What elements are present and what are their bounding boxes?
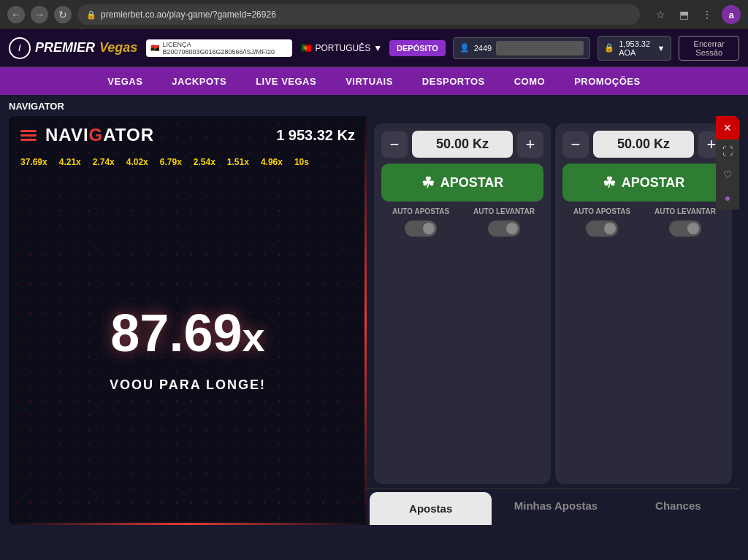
user-id: 2449	[474, 44, 492, 53]
auto-controls-1: AUTO APOSTAS AUTO LEVANTAR	[381, 207, 543, 237]
auto-apostas-1: AUTO APOSTAS	[381, 207, 460, 237]
mult-3: 4.02x	[126, 157, 148, 167]
license-badge: 🇦🇴 LICENÇA B200708003G016G280566/ISJ/MF/…	[146, 39, 292, 57]
multiplier-scroll: 37.69x 4.21x 2.74x 4.02x 6.79x 2.54x 1.5…	[9, 154, 367, 170]
game-right-panel: ✕ ⛶ ♡ ● − 50.00 Kz + ☘ APOSTAR	[367, 116, 739, 525]
bet-panel-2: − 50.00 Kz + ☘ APOSTAR AUTO APOSTAS	[555, 123, 732, 484]
apostar-label-1: APOSTAR	[440, 175, 504, 191]
session-button[interactable]: Encerrar Sessão	[679, 36, 739, 61]
clover-icon-1: ☘	[421, 174, 435, 191]
avatar: a	[722, 5, 741, 24]
back-button[interactable]: ←	[7, 6, 25, 23]
auto-levantar-label-1: AUTO LEVANTAR	[473, 207, 535, 216]
bet-minus-2[interactable]: −	[562, 131, 589, 158]
bet-controls-1: − 50.00 Kz +	[381, 131, 543, 158]
mult-1: 4.21x	[59, 157, 81, 167]
bet-panel-1: − 50.00 Kz + ☘ APOSTAR AUTO APOSTAS	[374, 123, 551, 484]
refresh-button[interactable]: ↻	[54, 6, 72, 23]
flew-text: VOOU PARA LONGE!	[110, 377, 266, 393]
browser-chrome: ← → ↻ 🔒 premierbet.co.ao/play-game/?game…	[0, 0, 748, 29]
mult-0: 37.69x	[20, 157, 47, 167]
game-logo: NAViGATOR	[45, 125, 154, 145]
auto-apostas-2: AUTO APOSTAS	[562, 207, 641, 237]
apostar-label-2: APOSTAR	[622, 175, 685, 191]
auto-apostas-toggle-1[interactable]	[405, 220, 437, 237]
auto-levantar-toggle-2[interactable]	[669, 220, 701, 237]
mult-6: 1.51x	[227, 157, 249, 167]
mult-8: 10s	[294, 157, 309, 167]
logo-vegas: Vegas	[99, 40, 137, 55]
auto-levantar-toggle-1[interactable]	[488, 220, 520, 237]
game-balance: 1 953.32 Kz	[276, 127, 355, 144]
nav-item-vegas[interactable]: VEGAS	[107, 76, 142, 87]
browser-actions: ☆ ⬒ ⋮	[652, 6, 716, 23]
game-controls: ✕ ⛶ ♡ ●	[716, 116, 739, 210]
deposito-button[interactable]: DEPÓSITO	[389, 40, 446, 56]
big-multiplier: 87.69x	[110, 303, 264, 363]
expand-button[interactable]: ⛶	[716, 139, 739, 163]
auto-levantar-label-2: AUTO LEVANTAR	[654, 207, 716, 216]
bet-amount-2: 50.00 Kz	[593, 131, 694, 158]
apostar-button-1[interactable]: ☘ APOSTAR	[381, 164, 543, 202]
bet-controls-2: − 50.00 Kz +	[562, 131, 725, 158]
auto-apostas-label-1: AUTO APOSTAS	[392, 207, 449, 216]
forward-button[interactable]: →	[31, 6, 48, 23]
balance-value: 1,953.32 AOA	[619, 39, 652, 57]
nav-item-live-vegas[interactable]: LIVE VEGAS	[256, 76, 316, 87]
nav-item-virtuais[interactable]: VIRTUAIS	[346, 76, 393, 87]
close-button[interactable]: ✕	[716, 116, 739, 139]
tab-chances[interactable]: Chances	[617, 489, 739, 525]
logo: / PREMIER Vegas	[9, 37, 137, 59]
heart-button[interactable]: ♡	[716, 163, 739, 186]
multiplier-x: x	[243, 314, 265, 360]
lang-label: PORTUGUÊS	[315, 43, 370, 53]
circle-button[interactable]: ●	[716, 186, 739, 210]
content-area: NAVIGATOR NAViGATOR 1 953.32 Kz 37.69x 4…	[0, 95, 748, 531]
nav-item-desportos[interactable]: DESPORTOS	[422, 76, 485, 87]
language-button[interactable]: 🇵🇹 PORTUGUÊS ▼	[301, 43, 382, 53]
site-header: / PREMIER Vegas 🇦🇴 LICENÇA B200708003G01…	[0, 29, 748, 67]
bet-minus-1[interactable]: −	[381, 131, 408, 158]
auto-levantar-1: AUTO LEVANTAR	[465, 207, 543, 237]
share-button[interactable]: ⬒	[675, 6, 692, 23]
mult-4: 6.79x	[160, 157, 182, 167]
tab-minhas-apostas[interactable]: Minhas Apostas	[495, 489, 617, 525]
tab-apostas[interactable]: Apostas	[370, 492, 492, 525]
menu-button[interactable]: ⋮	[698, 6, 716, 23]
game-header: NAViGATOR 1 953.32 Kz	[9, 116, 367, 154]
mult-5: 2.54x	[194, 157, 215, 167]
game-display: 87.69x VOOU PARA LONGE!	[9, 170, 367, 525]
mult-2: 2.74x	[93, 157, 115, 167]
logo-premier: PREMIER	[35, 40, 95, 55]
navigator-label: NAVIGATOR	[9, 101, 739, 112]
game-container: NAViGATOR 1 953.32 Kz 37.69x 4.21x 2.74x…	[9, 116, 739, 525]
header-right: 🇵🇹 PORTUGUÊS ▼ DEPÓSITO 👤 2449 🔒 1,953.3…	[301, 36, 739, 61]
license-text: LICENÇA B200708003G016G280566/ISJ/MF/20	[162, 41, 288, 55]
auto-levantar-2: AUTO LEVANTAR	[646, 207, 725, 237]
nav-item-jackpots[interactable]: JACKPOTS	[172, 76, 226, 87]
game-left-panel: NAViGATOR 1 953.32 Kz 37.69x 4.21x 2.74x…	[9, 116, 367, 525]
clover-icon-2: ☘	[603, 174, 616, 191]
star-button[interactable]: ☆	[652, 6, 669, 23]
auto-apostas-label-2: AUTO APOSTAS	[573, 207, 630, 216]
mult-7: 4.96x	[261, 157, 283, 167]
url-text: premierbet.co.ao/play-game/?gameId=26926	[101, 9, 276, 20]
nav-item-como[interactable]: COMO	[514, 76, 545, 87]
bet-plus-1[interactable]: +	[517, 131, 543, 158]
bet-amount-1: 50.00 Kz	[412, 131, 513, 158]
lock-icon: 🔒	[86, 10, 96, 20]
logo-icon: /	[9, 37, 31, 59]
apostar-button-2[interactable]: ☘ APOSTAR	[562, 164, 725, 202]
auto-apostas-toggle-2[interactable]	[586, 220, 618, 237]
auto-controls-2: AUTO APOSTAS AUTO LEVANTAR	[562, 207, 725, 237]
balance-info: 🔒 1,953.32 AOA ▼	[598, 36, 671, 61]
bottom-tabs: Apostas Minhas Apostas Chances	[367, 488, 739, 525]
hamburger-menu[interactable]	[20, 130, 37, 141]
multiplier-value: 87.69	[110, 304, 242, 362]
nav-menu: VEGAS JACKPOTS LIVE VEGAS VIRTUAIS DESPO…	[0, 67, 748, 95]
nav-item-promocoes[interactable]: PROMOÇÕES	[574, 76, 640, 87]
bet-panels: − 50.00 Kz + ☘ APOSTAR AUTO APOSTAS	[367, 116, 739, 488]
user-info: 👤 2449	[453, 37, 590, 59]
url-bar[interactable]: 🔒 premierbet.co.ao/play-game/?gameId=269…	[77, 4, 640, 25]
